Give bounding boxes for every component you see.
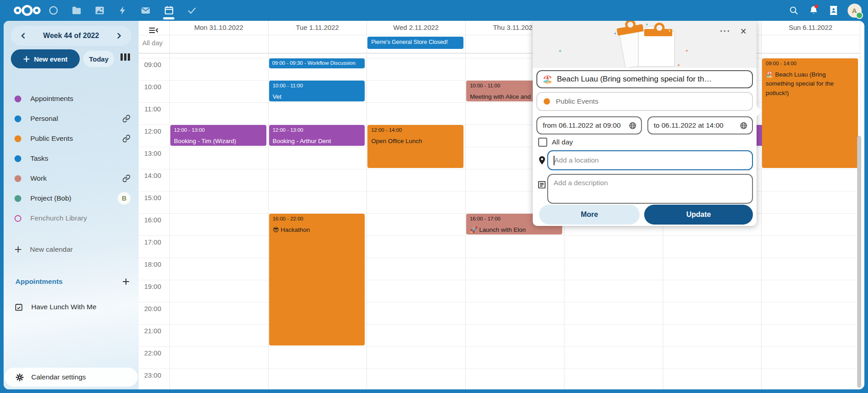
appointment-item-have-lunch-with-me[interactable]: Have Lunch With Me — [4, 297, 139, 317]
end-datetime-input[interactable]: to 06.11.2022 at 14:00 — [647, 116, 753, 134]
column-line — [465, 21, 466, 389]
location-placeholder: Add a location — [555, 156, 599, 164]
hour-label: 09:00 — [140, 61, 165, 68]
event-title: 🏖️ Beach Luau (Bring something special f… — [766, 70, 854, 98]
view-mode-icon[interactable] — [121, 53, 130, 61]
hour-label: 12:00 — [140, 127, 165, 135]
location-input[interactable]: Add a location — [547, 150, 753, 170]
files-app-icon[interactable] — [65, 0, 88, 21]
event-booking-arthur-dent[interactable]: 12:00 - 13:00Booking - Arthur Dent — [269, 125, 365, 146]
talk-app-icon[interactable] — [42, 0, 65, 21]
sidebar-calendar-tasks[interactable]: Tasks — [4, 149, 139, 168]
sidebar-calendar-appointments[interactable]: Appointments — [4, 89, 139, 109]
column-line — [169, 21, 170, 389]
new-calendar-button[interactable]: New calendar — [4, 240, 139, 259]
day-header-3: Wed 2.11.2022 — [366, 24, 465, 34]
calendar-label: Work — [30, 174, 122, 182]
vertical-scrollbar[interactable] — [857, 136, 861, 388]
calendar-color-dot — [14, 96, 21, 102]
event-booking-tim-wizard[interactable]: 12:00 - 13:00Booking - Tim (Wizard) — [170, 125, 266, 146]
mail-app-icon[interactable] — [134, 0, 157, 21]
calendar-app-icon[interactable] — [157, 0, 180, 21]
event-title: Booking - Arthur Dent — [273, 137, 362, 146]
event-editor-popup: ··· × 🏖️ Beach Luau (Bring something spe… — [533, 21, 757, 226]
event-hackathon[interactable]: 16:00 - 22:00😎 Hackathon — [269, 214, 365, 345]
calendar-settings-label: Calendar settings — [31, 373, 86, 381]
sidebar-calendar-fenchurch-library[interactable]: Fenchurch Library — [4, 208, 139, 228]
tasks-app-icon[interactable] — [180, 0, 203, 21]
close-icon[interactable]: × — [736, 24, 751, 39]
description-icon — [537, 180, 546, 189]
timezone-globe-icon[interactable] — [740, 122, 747, 129]
sidebar-calendar-work[interactable]: Work — [4, 168, 139, 188]
event-time: 12:00 - 13:00 — [174, 127, 263, 133]
event-title: Booking - Tim (Wizard) — [174, 137, 263, 146]
column-line — [268, 21, 269, 389]
event-vet[interactable]: 10:00 - 11:00Vet — [269, 81, 365, 101]
more-button[interactable]: More — [539, 205, 640, 225]
plus-icon — [23, 56, 30, 62]
event-open-office-lunch[interactable]: 12:00 - 14:00Open Office Lunch — [367, 125, 463, 168]
event-title: 🚀 Launch with Elon — [470, 225, 559, 235]
hour-label: 10:00 — [140, 83, 165, 91]
event-09-00-09-30-workflow-discussion[interactable]: 09:00 - 09:30 - Workflow Discussion — [269, 58, 365, 68]
allday-event-pierre-s-general-store-closed[interactable]: Pierre's General Store Closed! — [367, 37, 463, 49]
beach-emoji: 🏖️ — [543, 75, 552, 84]
all-day-toggle[interactable]: All day — [538, 138, 573, 147]
hour-label: 14:00 — [140, 172, 165, 179]
contacts-icon[interactable] — [824, 0, 844, 21]
avatar[interactable]: A — [848, 4, 862, 18]
today-button[interactable]: Today — [83, 51, 114, 67]
event-title: Vet — [273, 92, 362, 101]
add-appointment-config-icon[interactable] — [122, 278, 130, 285]
notifications-bell-icon[interactable] — [804, 0, 824, 21]
appointments-section: Appointments — [4, 273, 139, 291]
event-title-input[interactable]: 🏖️ Beach Luau (Bring something special f… — [536, 70, 753, 88]
activity-app-icon[interactable] — [111, 0, 134, 21]
day-header-2: Tue 1.11.2022 — [268, 24, 367, 34]
hour-label: 16:00 — [140, 216, 165, 224]
previous-week-button[interactable] — [18, 31, 28, 41]
hour-label: 11:00 — [140, 105, 165, 113]
new-calendar-label: New calendar — [30, 245, 73, 254]
hour-line — [139, 346, 860, 347]
update-button[interactable]: Update — [644, 205, 753, 225]
notification-badge — [815, 5, 818, 8]
topbar-right: A — [784, 0, 863, 21]
calendar-color-dot — [14, 155, 21, 162]
end-datetime-value: to 06.11.2022 at 14:00 — [654, 121, 723, 129]
calendar-settings-button[interactable]: Calendar settings — [5, 368, 138, 387]
sidebar-calendar-public-events[interactable]: Public Events — [4, 129, 139, 149]
description-input[interactable]: Add a description — [547, 174, 753, 204]
timezone-globe-icon[interactable] — [629, 122, 637, 129]
all-day-checkbox[interactable] — [538, 138, 547, 147]
event-beach-luau-bring-something-special-for-the-potluck[interactable]: 09:00 - 14:00🏖️ Beach Luau (Bring someth… — [762, 58, 858, 168]
start-datetime-input[interactable]: from 06.11.2022 at 09:00 — [536, 116, 642, 134]
hour-line — [139, 302, 860, 302]
photos-app-icon[interactable] — [88, 0, 111, 21]
calendar-picker[interactable]: Public Events — [536, 92, 753, 111]
event-time: 10:00 - 11:00 — [273, 83, 362, 88]
top-bar: A — [0, 0, 868, 21]
share-link-icon[interactable] — [122, 134, 130, 143]
share-link-icon[interactable] — [122, 174, 130, 182]
event-time: 16:00 - 22:00 — [273, 216, 362, 221]
calendar-color-dot — [14, 195, 21, 202]
event-label: Pierre's General Store Closed! — [371, 39, 460, 45]
nextcloud-logo-icon[interactable] — [12, 3, 43, 18]
hour-line — [139, 280, 860, 280]
new-event-button[interactable]: New event — [11, 49, 80, 68]
share-link-icon[interactable] — [122, 115, 130, 123]
event-time: 12:00 - 13:00 — [273, 127, 362, 133]
user-menu[interactable]: A — [844, 0, 863, 21]
sidebar-calendar-project-bob[interactable]: Project (Bob)B — [4, 188, 139, 208]
next-week-button[interactable] — [114, 31, 124, 41]
more-options-icon[interactable]: ··· — [718, 24, 733, 39]
search-icon[interactable] — [784, 0, 804, 21]
calendar-label: Public Events — [30, 134, 122, 143]
column-line — [366, 21, 367, 389]
calendar-label: Fenchurch Library — [30, 214, 130, 222]
sidebar-calendar-personal[interactable]: Personal — [4, 109, 139, 129]
online-status-dot — [856, 12, 863, 19]
event-title-text: Beach Luau (Bring something special for … — [557, 75, 712, 84]
